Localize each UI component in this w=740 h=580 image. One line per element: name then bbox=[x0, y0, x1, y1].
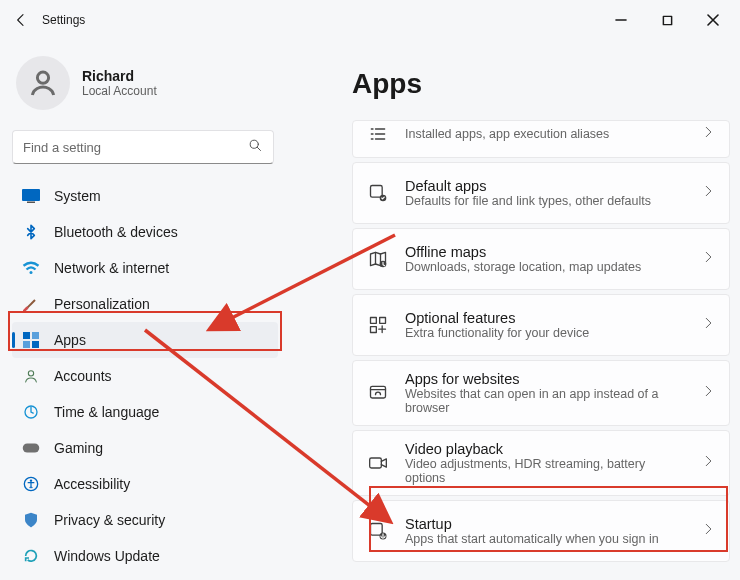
search-box[interactable] bbox=[12, 130, 274, 164]
features-icon bbox=[367, 314, 389, 336]
default-apps-icon bbox=[367, 182, 389, 204]
bluetooth-icon bbox=[22, 223, 40, 241]
card-sub: Downloads, storage location, map updates bbox=[405, 260, 685, 274]
nav-label: Time & language bbox=[54, 404, 159, 420]
nav-label: System bbox=[54, 188, 101, 204]
svg-rect-20 bbox=[371, 327, 377, 333]
card-sub: Extra functionality for your device bbox=[405, 326, 685, 340]
nav-label: Privacy & security bbox=[54, 512, 165, 528]
profile-sub: Local Account bbox=[82, 84, 157, 98]
search-input[interactable] bbox=[23, 140, 248, 155]
nav-label: Personalization bbox=[54, 296, 150, 312]
minimize-icon bbox=[615, 14, 627, 26]
nav-time[interactable]: Time & language bbox=[12, 394, 278, 430]
nav-system[interactable]: System bbox=[12, 178, 278, 214]
nav-label: Accessibility bbox=[54, 476, 130, 492]
system-icon bbox=[22, 187, 40, 205]
nav-list: System Bluetooth & devices Network & int… bbox=[12, 178, 278, 574]
card-title: Default apps bbox=[405, 178, 685, 194]
nav-label: Gaming bbox=[54, 440, 103, 456]
card-default-apps[interactable]: Default apps Defaults for file and link … bbox=[352, 162, 730, 224]
search-icon bbox=[248, 138, 263, 157]
close-button[interactable] bbox=[690, 4, 736, 36]
nav-apps[interactable]: Apps bbox=[12, 322, 278, 358]
card-installed-apps[interactable]: Installed apps, app execution aliases bbox=[352, 120, 730, 158]
window-title: Settings bbox=[42, 13, 85, 27]
nav-update[interactable]: Windows Update bbox=[12, 538, 278, 574]
card-apps-for-websites[interactable]: Apps for websites Websites that can open… bbox=[352, 360, 730, 426]
card-optional-features[interactable]: Optional features Extra functionality fo… bbox=[352, 294, 730, 356]
accounts-icon bbox=[22, 367, 40, 385]
nav-privacy[interactable]: Privacy & security bbox=[12, 502, 278, 538]
main-panel: Apps Installed apps, app execution alias… bbox=[290, 40, 740, 580]
svg-rect-18 bbox=[371, 318, 377, 324]
minimize-button[interactable] bbox=[598, 4, 644, 36]
card-title: Video playback bbox=[405, 441, 685, 457]
nav-gaming[interactable]: Gaming bbox=[12, 430, 278, 466]
gaming-icon bbox=[22, 439, 40, 457]
maximize-icon bbox=[662, 15, 673, 26]
svg-point-14 bbox=[30, 479, 32, 481]
svg-rect-4 bbox=[27, 202, 35, 204]
back-button[interactable] bbox=[4, 3, 38, 37]
nav-personalization[interactable]: Personalization bbox=[12, 286, 278, 322]
nav-accessibility[interactable]: Accessibility bbox=[12, 466, 278, 502]
svg-rect-12 bbox=[23, 444, 40, 453]
update-icon bbox=[22, 547, 40, 565]
map-icon bbox=[367, 248, 389, 270]
shield-icon bbox=[22, 511, 40, 529]
startup-icon bbox=[367, 520, 389, 542]
card-title: Startup bbox=[405, 516, 685, 532]
list-icon bbox=[367, 123, 389, 145]
chevron-right-icon bbox=[701, 316, 715, 334]
svg-point-1 bbox=[37, 72, 48, 83]
video-icon bbox=[367, 452, 389, 474]
sidebar: Richard Local Account System Bluetooth &… bbox=[0, 40, 290, 580]
svg-rect-9 bbox=[32, 341, 39, 348]
close-icon bbox=[707, 14, 719, 26]
nav-label: Network & internet bbox=[54, 260, 169, 276]
profile-block[interactable]: Richard Local Account bbox=[12, 48, 278, 130]
page-heading: Apps bbox=[352, 68, 734, 100]
accessibility-icon bbox=[22, 475, 40, 493]
chevron-right-icon bbox=[701, 184, 715, 202]
apps-icon bbox=[22, 331, 40, 349]
card-sub: Apps that start automatically when you s… bbox=[405, 532, 685, 546]
card-sub: Websites that can open in an app instead… bbox=[405, 387, 685, 415]
titlebar: Settings bbox=[0, 0, 740, 40]
avatar bbox=[16, 56, 70, 110]
wifi-icon bbox=[22, 259, 40, 277]
svg-rect-19 bbox=[380, 318, 386, 324]
svg-point-5 bbox=[30, 271, 33, 274]
nav-bluetooth[interactable]: Bluetooth & devices bbox=[12, 214, 278, 250]
svg-rect-6 bbox=[23, 332, 30, 339]
chevron-right-icon bbox=[701, 522, 715, 540]
arrow-left-icon bbox=[13, 12, 29, 28]
svg-point-10 bbox=[28, 371, 33, 376]
card-offline-maps[interactable]: Offline maps Downloads, storage location… bbox=[352, 228, 730, 290]
nav-label: Bluetooth & devices bbox=[54, 224, 178, 240]
svg-rect-7 bbox=[32, 332, 39, 339]
svg-rect-8 bbox=[23, 341, 30, 348]
card-startup[interactable]: Startup Apps that start automatically wh… bbox=[352, 500, 730, 562]
card-video-playback[interactable]: Video playback Video adjustments, HDR st… bbox=[352, 430, 730, 496]
nav-label: Accounts bbox=[54, 368, 112, 384]
brush-icon bbox=[22, 295, 40, 313]
nav-network[interactable]: Network & internet bbox=[12, 250, 278, 286]
maximize-button[interactable] bbox=[644, 4, 690, 36]
chevron-right-icon bbox=[701, 384, 715, 402]
chevron-right-icon bbox=[701, 250, 715, 268]
link-window-icon bbox=[367, 382, 389, 404]
card-sub: Defaults for file and link types, other … bbox=[405, 194, 685, 208]
svg-rect-15 bbox=[371, 186, 383, 198]
card-sub: Installed apps, app execution aliases bbox=[405, 127, 685, 141]
cards-list: Installed apps, app execution aliases De… bbox=[352, 120, 734, 562]
svg-rect-23 bbox=[371, 524, 383, 536]
nav-label: Windows Update bbox=[54, 548, 160, 564]
nav-accounts[interactable]: Accounts bbox=[12, 358, 278, 394]
card-title: Offline maps bbox=[405, 244, 685, 260]
svg-rect-3 bbox=[22, 189, 40, 201]
card-title: Apps for websites bbox=[405, 371, 685, 387]
card-sub: Video adjustments, HDR streaming, batter… bbox=[405, 457, 685, 485]
profile-name: Richard bbox=[82, 68, 157, 84]
